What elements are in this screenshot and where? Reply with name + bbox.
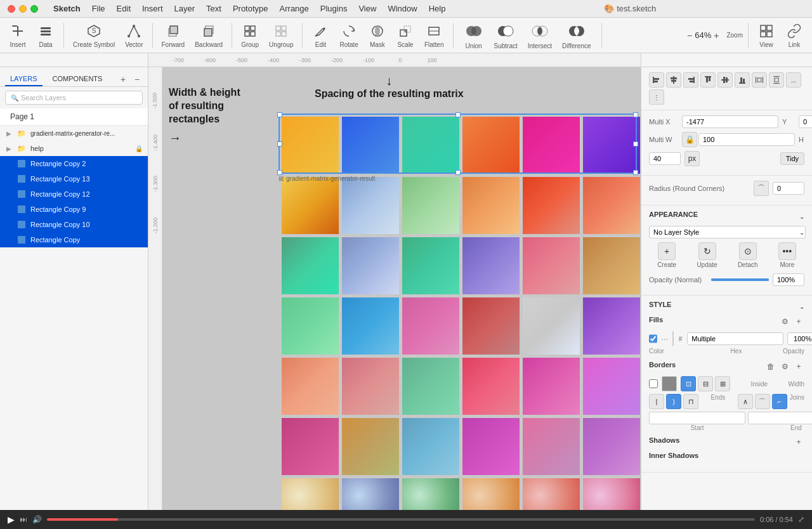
menu-sketch[interactable]: Sketch [48,3,86,15]
rect-gradient-20[interactable] [342,297,399,355]
insert-tool[interactable]: Insert [5,20,30,51]
view-tool[interactable]: View [754,20,779,51]
flatten-tool[interactable]: Flatten [421,20,448,51]
expand-icon[interactable]: ▶ [5,130,13,137]
fill-color-swatch[interactable]: ··· [661,334,669,344]
list-item[interactable]: Rectangle Copy 9 [0,202,148,217]
rect-gradient-16[interactable] [462,237,520,294]
subtract-tool[interactable]: Subtract [489,18,523,52]
detach-style-action[interactable]: ⊙ Detach [738,242,758,268]
align-top-button[interactable] [700,72,716,88]
fill-enabled-checkbox[interactable] [649,334,657,343]
rect-gradient-29[interactable] [523,358,580,415]
difference-tool[interactable]: Difference [557,18,596,52]
fill-opacity-input[interactable] [787,332,812,345]
expand-icon[interactable]: ▶ [5,145,13,152]
list-item[interactable]: ▶ 📁 gradient-matrix-generator-re... [0,126,148,141]
mask-tool[interactable]: Mask [365,20,390,51]
rect-gradient-18[interactable] [583,237,640,294]
collapse-all-button[interactable]: − [131,74,143,85]
menu-file[interactable]: File [87,3,110,15]
shadows-add-button[interactable]: + [793,436,804,448]
canvas-wrapper[interactable]: -1.500 -1.400 -1.300 -1.200 Width & heig… [148,67,641,510]
create-style-action[interactable]: + Create [657,242,676,268]
tab-layers[interactable]: LAYERS [5,72,43,86]
rect-gradient-4[interactable] [462,117,520,174]
more-style-action[interactable]: ••• More [778,242,796,268]
close-button[interactable] [8,5,15,13]
zoom-control[interactable]: − 64% + [682,28,724,43]
search-box[interactable]: 🔍 Search Layers [5,91,143,105]
border-join-bevel-button[interactable]: ⌐ [772,394,787,409]
rect-gradient-36[interactable] [583,418,640,475]
style-chevron[interactable]: ⌄ [799,303,804,310]
rect-gradient-19[interactable] [282,297,339,355]
opacity-slider[interactable] [711,278,769,281]
vector-tool[interactable]: Vector [121,20,147,51]
rect-gradient-34[interactable] [462,418,520,475]
rect-gradient-37[interactable] [282,478,339,510]
border-end-butt-button[interactable]: | [649,394,664,409]
group-tool[interactable]: Group [237,20,263,51]
rect-gradient-12[interactable] [583,177,640,234]
border-color-swatch[interactable] [662,376,677,391]
data-tool[interactable]: Data [33,20,58,51]
intersect-tool[interactable]: Intersect [523,18,557,52]
canvas[interactable]: Width & heightof resultingrectangles → ↓… [162,67,641,510]
menu-layer[interactable]: Layer [169,3,200,15]
rect-gradient-30[interactable] [583,358,640,415]
zoom-minus-icon[interactable]: − [687,30,692,41]
rect-gradient-41[interactable] [523,478,580,510]
update-style-action[interactable]: ↻ Update [697,242,717,268]
appearance-chevron[interactable]: ⌄ [799,213,804,220]
rect-gradient-21[interactable] [402,297,459,355]
borders-settings-button[interactable]: ⚙ [779,361,790,372]
fills-settings-button[interactable]: ⚙ [779,316,790,327]
w-input[interactable] [698,133,795,146]
list-item[interactable]: Rectangle Copy 10 [0,217,148,232]
rect-gradient-25[interactable] [282,358,339,415]
edit-tool[interactable]: Edit [308,20,333,51]
border-inside-button[interactable]: ⊟ [698,376,713,391]
border-end-square-button[interactable]: ⊓ [683,394,698,409]
align-middle-v-button[interactable] [717,72,733,88]
menu-edit[interactable]: Edit [112,3,136,15]
rect-gradient-23[interactable] [523,297,580,355]
border-outside-button[interactable]: ⊞ [715,376,730,391]
layer-style-select[interactable]: No Layer Style [649,226,806,238]
border-join-round-button[interactable]: ⌒ [755,394,770,409]
fills-add-button[interactable]: + [793,316,804,327]
rect-gradient-31[interactable] [282,418,339,475]
border-join-miter-button[interactable]: ∧ [738,394,753,409]
opacity-input[interactable] [773,273,804,286]
rect-gradient-9[interactable] [402,177,459,234]
fullscreen-button[interactable]: ⤢ [798,515,804,524]
rect-gradient-2[interactable] [342,117,399,174]
backward-tool[interactable]: Backward [191,20,226,51]
border-end-input[interactable] [748,412,812,424]
rect-gradient-1[interactable] [282,117,339,174]
list-item[interactable]: Rectangle Copy 13 [0,171,148,186]
union-tool[interactable]: Union [459,18,489,52]
lock-dimensions-button[interactable]: 🔒 [682,132,697,147]
distribute-v-button[interactable] [769,72,784,88]
menu-view[interactable]: View [353,3,381,15]
skip-back-button[interactable]: ⏭ [20,515,27,524]
rect-gradient-6[interactable] [583,117,640,174]
border-start-input[interactable] [649,412,745,424]
border-enabled-checkbox[interactable] [649,379,658,388]
radius-type-button[interactable]: ⌒ [754,181,769,196]
borders-delete-button[interactable]: 🗑 [765,361,776,372]
rect-gradient-32[interactable] [342,418,399,475]
ungroup-tool[interactable]: Ungroup [265,20,297,51]
menu-plugins[interactable]: Plugins [315,3,353,15]
y-input[interactable] [799,115,812,128]
x-input[interactable] [682,115,778,128]
rect-gradient-14[interactable] [342,237,399,294]
fill-hex-input[interactable] [687,332,783,345]
border-center-button[interactable]: ⊡ [681,376,696,391]
rect-gradient-27[interactable] [402,358,459,415]
create-symbol-tool[interactable]: S Create Symbol [69,20,119,51]
rect-gradient-39[interactable] [402,478,459,510]
menu-prototype[interactable]: Prototype [228,3,273,15]
